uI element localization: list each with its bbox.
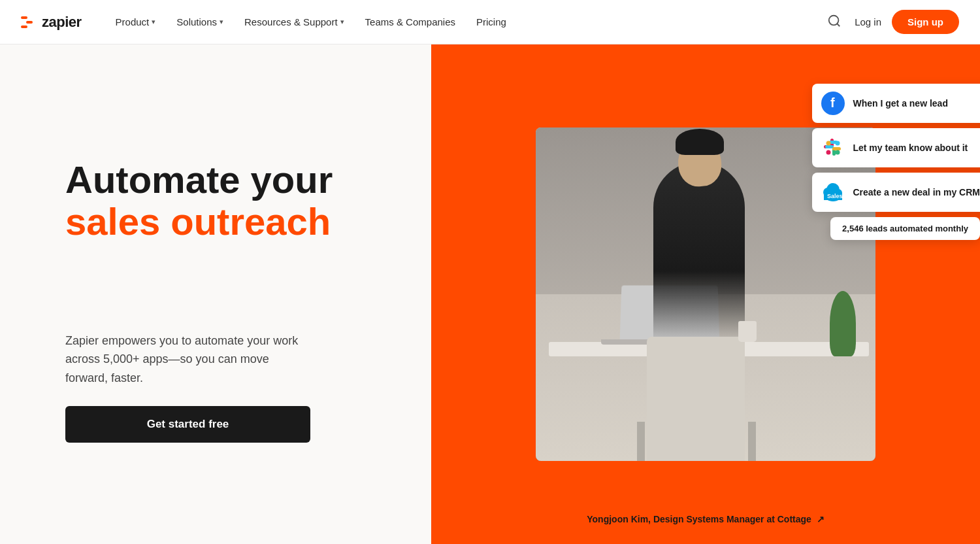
chair-leg-right	[748, 422, 756, 461]
caption-arrow-icon: ↗	[817, 514, 825, 524]
svg-point-11	[836, 150, 840, 155]
salesforce-icon: Salesforce	[821, 182, 845, 203]
chevron-down-icon: ▾	[152, 18, 155, 26]
caption-text: Yongjoon Kim, Design Systems Manager at …	[587, 514, 811, 524]
logo[interactable]: zapier	[21, 14, 82, 31]
search-button[interactable]	[825, 11, 844, 33]
workflow-card-1: f When I get a new lead	[812, 84, 980, 123]
nav-teams[interactable]: Teams & Companies	[357, 11, 463, 33]
facebook-icon-container: f	[821, 92, 845, 115]
workflow-card-2-text: Let my team know about it	[853, 143, 968, 153]
workflow-card-1-text: When I get a new lead	[853, 98, 947, 109]
hero-left: Automate your sales outreach Zapier empo…	[0, 44, 431, 544]
photo-caption: Yongjoon Kim, Design Systems Manager at …	[587, 514, 824, 524]
slack-icon-container	[821, 136, 845, 160]
plant	[830, 291, 856, 356]
slack-icon	[823, 137, 843, 158]
workflow-card-3-text: Create a new deal in my CRM	[853, 187, 980, 197]
person-torso	[653, 162, 745, 345]
svg-point-0	[829, 16, 839, 26]
get-started-button[interactable]: Get started free	[65, 406, 310, 443]
nav-solutions[interactable]: Solutions ▾	[169, 11, 231, 33]
nav-links: Product ▾ Solutions ▾ Resources & Suppor…	[108, 11, 825, 33]
stats-card: 2,546 leads automated monthly	[830, 217, 980, 240]
svg-point-12	[826, 141, 831, 146]
svg-text:Salesforce: Salesforce	[827, 193, 845, 199]
navigation: zapier Product ▾ Solutions ▾ Resources &…	[0, 0, 980, 44]
person-hair	[676, 129, 724, 155]
nav-right: Log in Sign up	[825, 10, 959, 34]
search-icon	[827, 14, 841, 28]
logo-icon	[21, 16, 38, 28]
salesforce-icon-container: Salesforce	[821, 180, 845, 204]
hero-description: Zapier empowers you to automate your wor…	[65, 332, 301, 388]
mug	[738, 321, 757, 342]
logo-text: zapier	[42, 14, 82, 31]
workflow-card-2: Let my team know about it	[812, 128, 980, 167]
stats-label: 2,546 leads automated monthly	[842, 224, 968, 233]
svg-point-9	[826, 150, 831, 155]
chevron-down-icon: ▾	[220, 18, 223, 26]
chevron-down-icon: ▾	[340, 18, 344, 26]
hero-section: Automate your sales outreach Zapier empo…	[0, 44, 980, 544]
login-link[interactable]: Log in	[855, 16, 881, 27]
hero-heading: Automate your sales outreach	[65, 159, 392, 243]
svg-rect-8	[832, 147, 841, 150]
facebook-icon: f	[821, 92, 845, 115]
chair-leg-left	[637, 422, 645, 461]
svg-text:f: f	[830, 95, 835, 110]
nav-pricing[interactable]: Pricing	[468, 11, 514, 33]
workflow-cards: f When I get a new lead	[812, 84, 980, 240]
nav-product[interactable]: Product ▾	[108, 11, 164, 33]
svg-rect-5	[825, 145, 834, 148]
chair-back	[647, 337, 745, 461]
signup-button[interactable]: Sign up	[892, 10, 959, 34]
workflow-card-3: Salesforce Create a new deal in my CRM	[812, 173, 980, 212]
hero-heading-accent: sales outreach	[65, 200, 331, 243]
svg-point-10	[836, 141, 840, 146]
hero-right: f When I get a new lead	[431, 44, 980, 544]
nav-resources[interactable]: Resources & Support ▾	[237, 11, 352, 33]
